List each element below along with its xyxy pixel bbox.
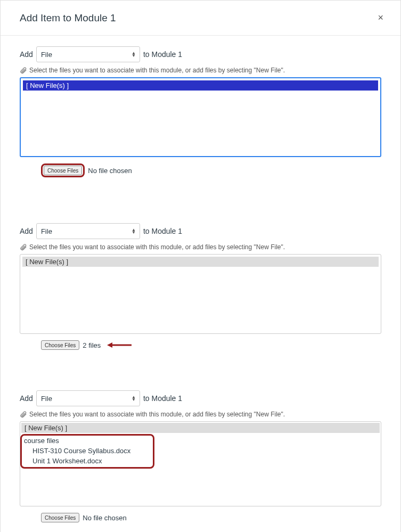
choose-files-button[interactable]: Choose Files bbox=[41, 340, 79, 350]
dialog-title: Add Item to Module 1 bbox=[20, 12, 116, 24]
section-2: Add File ▲▼ to Module 1 Select the files… bbox=[1, 212, 400, 355]
add-row: Add File ▲▼ to Module 1 bbox=[20, 46, 381, 62]
to-module-label: to Module 1 bbox=[143, 227, 182, 235]
add-label: Add bbox=[20, 227, 33, 235]
type-select-wrap: File ▲▼ bbox=[36, 223, 140, 239]
folder-label[interactable]: course files bbox=[23, 436, 152, 446]
add-label: Add bbox=[20, 50, 33, 59]
type-select-wrap: File ▲▼ bbox=[36, 390, 140, 406]
file-upload-row: Choose Files 2 files bbox=[41, 340, 381, 350]
section-1: Add File ▲▼ to Module 1 Select the files… bbox=[1, 36, 400, 183]
hint-row: Select the files you want to associate w… bbox=[20, 411, 381, 418]
new-files-option[interactable]: [ New File(s) ] bbox=[21, 423, 380, 433]
dialog-header: Add Item to Module 1 × bbox=[1, 1, 400, 36]
section-3: Add File ▲▼ to Module 1 Select the files… bbox=[1, 380, 400, 528]
file-item[interactable]: Unit 1 Worksheet.docx bbox=[23, 456, 152, 466]
type-select-wrap: File ▲▼ bbox=[36, 46, 140, 62]
to-module-label: to Module 1 bbox=[143, 394, 182, 403]
new-files-option[interactable]: [ New File(s) ] bbox=[23, 80, 378, 91]
paperclip-icon bbox=[20, 411, 27, 418]
file-list-box[interactable]: [ New File(s) ] bbox=[20, 254, 381, 334]
file-upload-row: Choose Files No file chosen bbox=[41, 513, 381, 522]
highlight-choose-files: Choose Files bbox=[41, 163, 85, 177]
type-select[interactable]: File bbox=[36, 46, 140, 62]
hint-row: Select the files you want to associate w… bbox=[20, 67, 381, 74]
file-chosen-label: No file chosen bbox=[83, 514, 126, 522]
type-select[interactable]: File bbox=[36, 223, 140, 239]
to-module-label: to Module 1 bbox=[143, 50, 182, 59]
file-chosen-label: No file chosen bbox=[88, 167, 132, 175]
file-chosen-label: 2 files bbox=[83, 341, 101, 349]
hint-row: Select the files you want to associate w… bbox=[20, 243, 381, 251]
choose-files-button[interactable]: Choose Files bbox=[44, 166, 82, 175]
add-row: Add File ▲▼ to Module 1 bbox=[20, 223, 381, 239]
new-files-option[interactable]: [ New File(s) ] bbox=[22, 257, 379, 267]
file-list-box[interactable]: [ New File(s) ] course files HIST-310 Co… bbox=[20, 421, 381, 506]
close-button[interactable]: × bbox=[373, 10, 388, 26]
file-item[interactable]: HIST-310 Course Syllabus.docx bbox=[23, 446, 152, 456]
file-upload-row: Choose Files No file chosen bbox=[41, 163, 381, 177]
hint-text: Select the files you want to associate w… bbox=[29, 243, 285, 251]
add-row: Add File ▲▼ to Module 1 bbox=[20, 390, 381, 406]
paperclip-icon bbox=[20, 243, 27, 251]
highlight-file-list: course files HIST-310 Course Syllabus.do… bbox=[20, 434, 154, 469]
choose-files-button[interactable]: Choose Files bbox=[41, 513, 79, 522]
hint-text: Select the files you want to associate w… bbox=[29, 67, 285, 74]
type-select[interactable]: File bbox=[36, 390, 140, 406]
paperclip-icon bbox=[20, 67, 27, 74]
hint-text: Select the files you want to associate w… bbox=[29, 411, 285, 418]
arrow-annotation-icon bbox=[107, 341, 132, 349]
file-list-box[interactable]: [ New File(s) ] bbox=[20, 77, 381, 157]
add-label: Add bbox=[20, 394, 33, 403]
svg-marker-1 bbox=[107, 342, 112, 348]
